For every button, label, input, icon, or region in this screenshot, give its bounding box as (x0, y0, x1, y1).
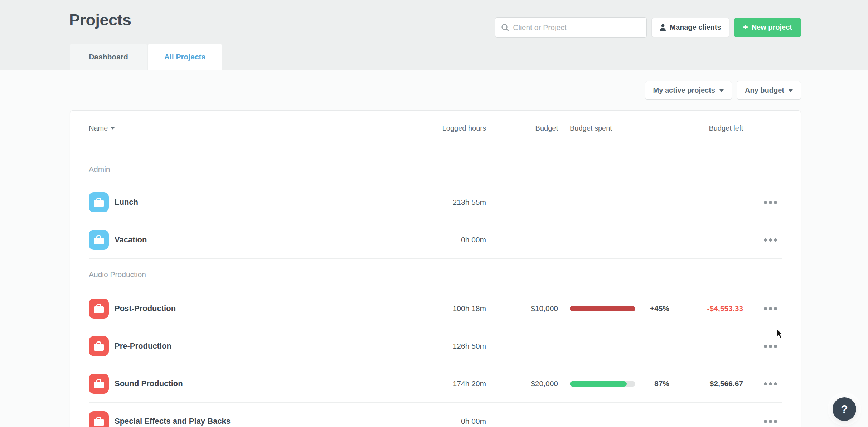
table-header-row: Name Logged hours Budget Budget spent Bu… (89, 111, 782, 144)
project-name-cell: Pre-Production (89, 336, 396, 356)
ellipsis-icon (774, 345, 777, 348)
ellipsis-icon (774, 201, 777, 204)
person-icon (660, 24, 666, 31)
ellipsis-icon (769, 382, 772, 385)
new-project-label: New project (752, 23, 792, 31)
project-name-cell: Vacation (89, 230, 396, 250)
briefcase-icon (89, 374, 109, 394)
briefcase-icon (89, 192, 109, 212)
project-name-cell: Sound Production (89, 374, 396, 394)
search-icon (501, 24, 509, 31)
briefcase-icon (89, 230, 109, 250)
project-name: Vacation (115, 235, 147, 244)
chevron-down-icon (789, 89, 793, 92)
filter-active-projects-label: My active projects (653, 86, 715, 94)
project-name: Special Effects and Play Backs (115, 417, 231, 426)
logged-hours-value: 174h 20m (396, 379, 486, 388)
help-button[interactable]: ? (833, 397, 856, 421)
ellipsis-icon (769, 238, 772, 242)
budget-progress-bar (570, 306, 635, 311)
project-name-cell: Lunch (89, 192, 396, 212)
search-input[interactable] (513, 23, 641, 32)
budget-left-value: -$4,553.33 (669, 304, 743, 313)
row-menu-button[interactable] (743, 201, 782, 204)
ellipsis-icon (769, 201, 772, 204)
project-name: Post-Production (115, 304, 176, 313)
new-project-button[interactable]: + New project (734, 18, 801, 37)
project-row[interactable]: Vacation0h 00m (89, 221, 782, 259)
ellipsis-icon (774, 382, 777, 385)
manage-clients-label: Manage clients (670, 23, 721, 31)
ellipsis-icon (774, 307, 777, 310)
project-groups: AdminLunch213h 55mVacation0h 00mAudio Pr… (70, 144, 801, 427)
filter-bar: My active projects Any budget (645, 81, 801, 100)
filter-budget-label: Any budget (745, 86, 784, 94)
row-menu-button[interactable] (743, 420, 782, 423)
column-header-logged-hours: Logged hours (396, 124, 486, 132)
project-name: Sound Production (115, 379, 183, 388)
row-menu-button[interactable] (743, 307, 782, 310)
column-header-budget: Budget (486, 124, 558, 132)
manage-clients-button[interactable]: Manage clients (651, 18, 729, 37)
sort-caret-icon (111, 127, 115, 130)
logged-hours-value: 0h 00m (396, 417, 486, 426)
budget-spent-cell (558, 381, 635, 387)
logged-hours-value: 100h 18m (396, 304, 486, 313)
plus-icon: + (743, 23, 748, 31)
help-question-mark: ? (841, 403, 848, 416)
tab-all-projects[interactable]: All Projects (148, 44, 222, 70)
budget-value: $20,000 (486, 379, 558, 388)
ellipsis-icon (774, 420, 777, 423)
briefcase-icon (89, 299, 109, 319)
briefcase-icon (89, 336, 109, 356)
tab-all-projects-label: All Projects (164, 53, 206, 61)
column-header-name[interactable]: Name (89, 124, 396, 132)
budget-spent-percent: +45% (635, 304, 669, 313)
page-header: Projects Manage clients + New project Da… (0, 0, 868, 70)
header-actions: Manage clients + New project (495, 17, 801, 38)
ellipsis-icon (769, 307, 772, 310)
budget-spent-cell (558, 306, 635, 311)
page-title: Projects (69, 11, 131, 29)
project-row[interactable]: Post-Production100h 18m$10,000+45%-$4,55… (89, 290, 782, 327)
row-menu-button[interactable] (743, 345, 782, 348)
projects-table-card: Name Logged hours Budget Budget spent Bu… (70, 110, 801, 427)
column-header-budget-left: Budget left (669, 124, 743, 132)
ellipsis-icon (769, 420, 772, 423)
project-name: Pre-Production (115, 341, 171, 351)
budget-progress-fill (570, 381, 627, 387)
briefcase-icon (89, 411, 109, 427)
ellipsis-icon (764, 382, 767, 385)
search-box[interactable] (495, 17, 647, 38)
column-header-budget-spent: Budget spent (558, 124, 635, 132)
budget-spent-percent: 87% (635, 379, 669, 388)
project-name-cell: Special Effects and Play Backs (89, 411, 396, 427)
budget-value: $10,000 (486, 304, 558, 313)
project-name: Lunch (115, 198, 138, 207)
filter-budget-dropdown[interactable]: Any budget (737, 81, 801, 100)
tab-dashboard[interactable]: Dashboard (70, 44, 147, 70)
group-label: Admin (89, 144, 782, 184)
chevron-down-icon (719, 89, 724, 92)
ellipsis-icon (764, 307, 767, 310)
ellipsis-icon (764, 345, 767, 348)
ellipsis-icon (769, 345, 772, 348)
project-row[interactable]: Lunch213h 55m (89, 184, 782, 221)
row-menu-button[interactable] (743, 238, 782, 242)
filter-active-projects-dropdown[interactable]: My active projects (645, 81, 732, 100)
logged-hours-value: 0h 00m (396, 236, 486, 244)
project-row[interactable]: Pre-Production126h 50m (89, 327, 782, 365)
tab-dashboard-label: Dashboard (89, 53, 128, 61)
logged-hours-value: 213h 55m (396, 198, 486, 207)
project-name-cell: Post-Production (89, 299, 396, 319)
ellipsis-icon (774, 238, 777, 242)
row-menu-button[interactable] (743, 382, 782, 385)
column-name-label: Name (89, 124, 108, 132)
logged-hours-value: 126h 50m (396, 342, 486, 350)
project-row[interactable]: Special Effects and Play Backs0h 00m (89, 403, 782, 427)
budget-progress-bar (570, 381, 635, 387)
project-row[interactable]: Sound Production174h 20m$20,00087%$2,566… (89, 365, 782, 403)
ellipsis-icon (764, 238, 767, 242)
tab-bar: Dashboard All Projects (70, 44, 222, 70)
budget-left-value: $2,566.67 (669, 379, 743, 388)
